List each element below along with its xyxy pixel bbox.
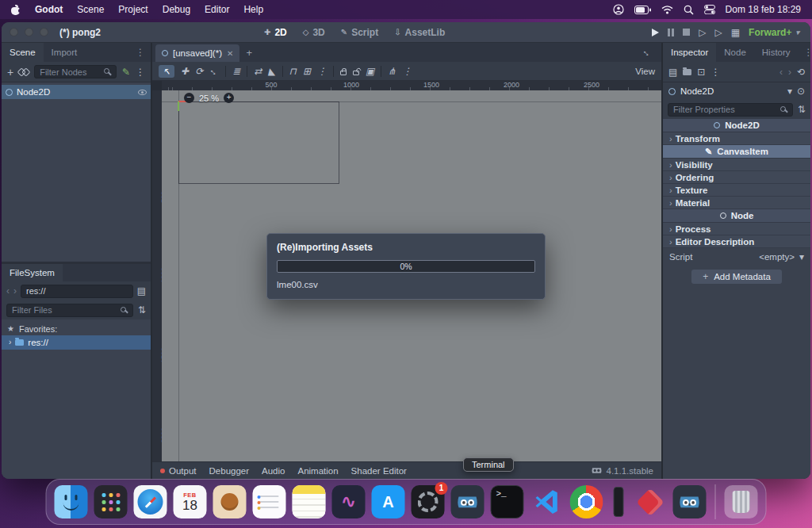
safari-icon[interactable] bbox=[134, 485, 167, 518]
menu-help[interactable]: Help bbox=[243, 4, 263, 15]
attach-script-button[interactable]: ✎ bbox=[122, 67, 130, 77]
battery-icon[interactable] bbox=[634, 6, 651, 14]
wifi-icon[interactable] bbox=[661, 6, 673, 14]
expand-arrow-icon[interactable]: › bbox=[9, 339, 11, 346]
tab-assetlib[interactable]: ⇩AssetLib bbox=[387, 22, 452, 43]
nav-back-icon[interactable]: ‹ bbox=[6, 286, 10, 296]
inspected-node-row[interactable]: Node2D ▾ ⊙ bbox=[663, 82, 810, 100]
app-store-icon[interactable]: A bbox=[372, 485, 405, 518]
filter-files-input[interactable] bbox=[6, 304, 133, 317]
script-value[interactable]: <empty> bbox=[759, 252, 795, 262]
chrome-icon[interactable] bbox=[570, 485, 603, 518]
zoom-level[interactable]: 25 % bbox=[199, 94, 219, 103]
menu-debug[interactable]: Debug bbox=[163, 4, 190, 15]
scale-tool[interactable]: ↔ bbox=[209, 67, 219, 76]
close-tab-icon[interactable]: ✕ bbox=[227, 49, 233, 58]
tab-filesystem[interactable]: FileSystem bbox=[2, 264, 63, 281]
panel-shader-editor[interactable]: Shader Editor bbox=[351, 466, 407, 476]
property-options-icon[interactable]: ⇅ bbox=[798, 105, 806, 114]
scene-tree-node2d-row[interactable]: Node2D bbox=[2, 85, 151, 99]
trash-icon[interactable] bbox=[725, 485, 758, 518]
section-transform[interactable]: ›Transform bbox=[663, 132, 810, 145]
group-icon[interactable]: ▣ bbox=[366, 67, 374, 76]
reminders-icon[interactable] bbox=[253, 485, 286, 518]
scene-tab-unsaved[interactable]: [unsaved](*) ✕ bbox=[155, 44, 239, 62]
lock-icon[interactable] bbox=[340, 71, 347, 75]
menu-clock[interactable]: Dom 18 feb 18:29 bbox=[726, 4, 801, 15]
section-ordering[interactable]: ›Ordering bbox=[663, 171, 810, 184]
new-scene-tab-button[interactable]: + bbox=[239, 47, 259, 59]
select-tool[interactable]: ↖ bbox=[159, 65, 174, 78]
split-mode-icon[interactable]: ▤ bbox=[137, 286, 146, 296]
renderer-dropdown[interactable]: Forward+▾ bbox=[749, 27, 799, 38]
edit-history-icon[interactable]: ⟲ bbox=[797, 67, 805, 77]
section-material[interactable]: ›Material bbox=[663, 197, 810, 209]
history-forward-icon[interactable]: › bbox=[788, 67, 791, 77]
tab-2d[interactable]: ✚2D bbox=[257, 22, 294, 43]
history-back-icon[interactable]: ‹ bbox=[779, 67, 783, 77]
close-window-button[interactable] bbox=[10, 28, 18, 36]
user-circle-icon[interactable] bbox=[613, 4, 624, 15]
zoom-window-button[interactable] bbox=[40, 28, 48, 36]
menu-project[interactable]: Project bbox=[118, 4, 147, 15]
gem-app-icon[interactable] bbox=[634, 485, 667, 518]
category-canvasitem[interactable]: ✎CanvasItem bbox=[663, 145, 810, 159]
dock-menu-icon[interactable]: ⋮ bbox=[130, 43, 151, 62]
tab-inspector[interactable]: Inspector bbox=[663, 43, 716, 62]
device-app-icon[interactable] bbox=[610, 485, 627, 518]
play-custom-scene-button[interactable]: ▷ bbox=[715, 28, 722, 37]
apple-menu-icon[interactable] bbox=[11, 5, 21, 15]
godot-app-2-icon[interactable] bbox=[673, 485, 707, 518]
section-editor-description[interactable]: ›Editor Description bbox=[663, 235, 810, 248]
notes-icon[interactable] bbox=[293, 485, 326, 518]
dock-menu-icon[interactable]: ⋮ bbox=[799, 43, 810, 62]
tab-import[interactable]: Import bbox=[44, 43, 86, 62]
sort-files-icon[interactable]: ⇅ bbox=[138, 305, 146, 315]
vscode-icon[interactable] bbox=[530, 485, 564, 518]
stop-button[interactable] bbox=[683, 29, 690, 36]
pan-tool[interactable]: ⇄ bbox=[254, 67, 262, 76]
aperture-app-icon[interactable]: 1 bbox=[412, 485, 445, 518]
section-texture[interactable]: ›Texture bbox=[663, 184, 810, 197]
move-tool[interactable]: ✚ bbox=[181, 67, 189, 76]
terminal-icon[interactable]: >_ bbox=[491, 485, 524, 518]
visibility-eye-icon[interactable] bbox=[138, 90, 147, 95]
pin-icon[interactable]: ⊙ bbox=[797, 86, 805, 96]
add-node-button[interactable]: + bbox=[7, 67, 13, 78]
menu-app-name[interactable]: Godot bbox=[35, 4, 63, 15]
scene-tree-menu-icon[interactable]: ⋮ bbox=[136, 67, 145, 77]
tab-node[interactable]: Node bbox=[716, 43, 754, 62]
grid-snap-icon[interactable]: ⊞ bbox=[303, 67, 311, 76]
new-resource-icon[interactable]: ▤ bbox=[668, 67, 677, 77]
rotate-tool[interactable]: ⟳ bbox=[195, 67, 203, 76]
panel-audio[interactable]: Audio bbox=[262, 466, 285, 476]
contacts-icon[interactable] bbox=[213, 485, 247, 518]
chevron-down-icon[interactable]: ▾ bbox=[787, 86, 792, 96]
res-root-row[interactable]: › res:// bbox=[2, 335, 151, 350]
panel-output[interactable]: Output bbox=[160, 466, 197, 476]
favorites-row[interactable]: ★ Favorites: bbox=[2, 322, 151, 335]
menu-scene[interactable]: Scene bbox=[77, 4, 104, 15]
tab-history[interactable]: History bbox=[754, 43, 799, 62]
tab-scene[interactable]: Scene bbox=[2, 43, 44, 62]
godot-app-icon[interactable] bbox=[451, 485, 485, 518]
calendar-icon[interactable]: FEB18 bbox=[174, 485, 207, 518]
launchpad-icon[interactable] bbox=[94, 485, 128, 518]
finder-icon[interactable] bbox=[55, 485, 88, 518]
view-menu[interactable]: View bbox=[635, 67, 655, 76]
wave-app-icon[interactable]: ∿ bbox=[332, 485, 366, 518]
menu-editor[interactable]: Editor bbox=[205, 4, 229, 15]
nav-forward-icon[interactable]: › bbox=[13, 286, 17, 296]
section-process[interactable]: ›Process bbox=[663, 223, 810, 235]
pause-button[interactable] bbox=[668, 29, 674, 36]
zoom-in-button[interactable]: + bbox=[224, 93, 234, 103]
panel-debugger[interactable]: Debugger bbox=[209, 466, 250, 476]
minimize-window-button[interactable] bbox=[25, 28, 33, 36]
section-visibility[interactable]: ›Visibility bbox=[663, 159, 810, 171]
tab-script[interactable]: ✎Script bbox=[334, 22, 385, 43]
play-scene-button[interactable]: ▷ bbox=[699, 28, 706, 37]
search-icon[interactable] bbox=[684, 5, 694, 15]
list-select-tool[interactable]: ≣ bbox=[232, 67, 240, 76]
skeleton-options-icon[interactable]: ⋮ bbox=[402, 67, 412, 76]
play-button[interactable] bbox=[652, 29, 659, 36]
